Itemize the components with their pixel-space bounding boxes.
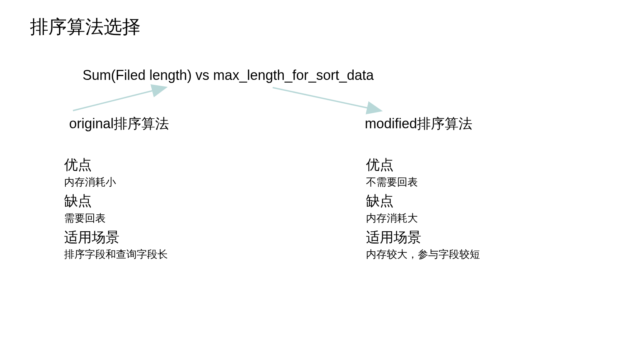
original-scenario-text: 排序字段和查询字段长 [64,247,168,263]
original-cons-text: 需要回表 [64,210,168,227]
modified-pros-text: 不需要回表 [366,174,480,191]
original-scenario-label: 适用场景 [64,228,168,247]
modified-cons-label: 缺点 [366,192,480,210]
svg-line-3 [273,88,380,111]
modified-scenario-label: 适用场景 [366,228,480,247]
modified-cons-text: 内存消耗大 [366,210,480,227]
original-pros-text: 内存消耗小 [64,174,168,191]
original-algo-label: original排序算法 [69,114,169,133]
original-cons-label: 缺点 [64,192,168,210]
original-pros-label: 优点 [64,156,168,174]
page-title: 排序算法选择 [30,15,141,39]
modified-pros-label: 优点 [366,156,480,174]
modified-section: 优点 不需要回表 缺点 内存消耗大 适用场景 内存较大，参与字段较短 [366,156,480,263]
modified-scenario-text: 内存较大，参与字段较短 [366,247,480,263]
modified-algo-label: modified排序算法 [365,114,472,133]
comparison-header: Sum(Filed length) vs max_length_for_sort… [83,67,374,83]
original-section: 优点 内存消耗小 缺点 需要回表 适用场景 排序字段和查询字段长 [64,156,168,263]
svg-line-1 [73,88,165,111]
